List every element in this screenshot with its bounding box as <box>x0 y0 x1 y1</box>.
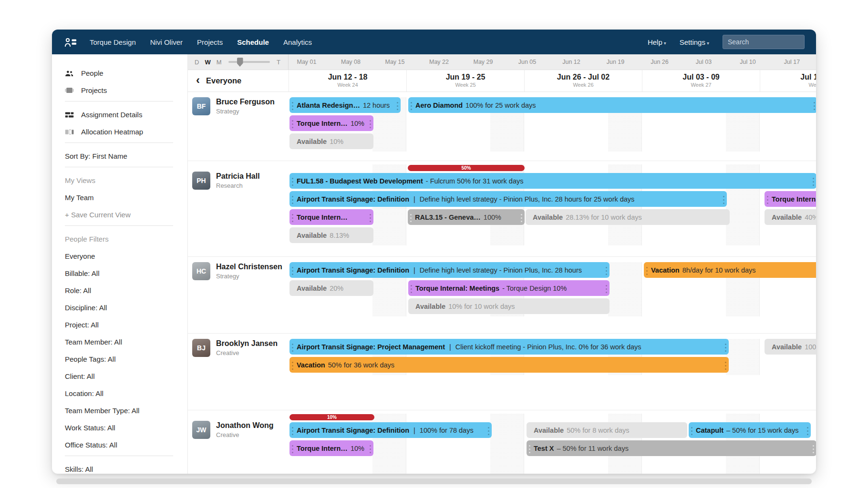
availability-bar[interactable]: Available8.13% <box>289 227 373 243</box>
assignment-bar[interactable]: Torque Intern…10% <box>289 440 373 456</box>
assignment-bar[interactable]: Catapult– 50% for 15 work days <box>689 422 811 438</box>
assignment-bar[interactable]: Airport Transit Signage: Definition|Defi… <box>289 262 610 278</box>
nav-item-analytics[interactable]: Analytics <box>283 38 312 46</box>
zoom-slider-track[interactable] <box>228 61 270 63</box>
scale-date: May 08 <box>341 59 361 65</box>
sidebar-item-team-member-all[interactable]: Team Member: All <box>65 336 178 348</box>
bar-lane: Atlanta Redesign…12 hoursAero Diamond100… <box>289 97 816 115</box>
week-number: Week 25 <box>407 82 524 88</box>
sidebar-item-label: Team Member Type: All <box>65 407 139 415</box>
sidebar-item-everyone[interactable]: Everyone <box>65 250 178 263</box>
sidebar-item-label: Skills: All <box>65 465 93 473</box>
sidebar-item-discipline-all[interactable]: Discipline: All <box>65 301 178 314</box>
assignment-bar[interactable]: Torque Intern… <box>765 191 816 207</box>
sidebar: PeopleProjectsAssignment DetailsAllocati… <box>52 54 187 474</box>
zoom-levels: DWM <box>195 59 222 66</box>
sidebar-item-role-all[interactable]: Role: All <box>65 284 178 297</box>
scale-date: Jul 10 <box>740 59 755 65</box>
zoom-level-w[interactable]: W <box>205 59 210 66</box>
nav-item-schedule[interactable]: Schedule <box>237 38 269 46</box>
help-menu[interactable]: Help▾ <box>648 38 666 46</box>
availability-bar[interactable]: Available40% <box>765 209 816 225</box>
availability-bar[interactable]: Available50% for 8 work days <box>527 422 687 438</box>
sidebar-item-location-all[interactable]: Location: All <box>65 387 178 400</box>
back-everyone-button[interactable]: ‹ Everyone <box>188 70 289 92</box>
sidebar-item-projects[interactable]: Projects <box>65 84 178 97</box>
assignment-bar[interactable]: RAL3.15 - Geneva…100% <box>408 209 525 225</box>
assignment-bar[interactable]: Airport Transit Signage: Definition|Defi… <box>289 191 727 207</box>
week-header-jun-19-25[interactable]: Jun 19 - 25Week 25 <box>406 70 524 92</box>
app-logo-icon[interactable] <box>64 37 77 47</box>
sidebar-item-project-all[interactable]: Project: All <box>65 318 178 331</box>
availability-bar[interactable]: Available100% <box>765 339 816 355</box>
person-row-brooklyn-jansen: BJBrooklyn JansenCreativeAirport Transit… <box>188 334 816 410</box>
sidebar-item-team-member-type-all[interactable]: Team Member Type: All <box>65 404 178 417</box>
pill-lane: 50% <box>289 164 816 173</box>
sidebar-item-save-current-view[interactable]: + Save Current View <box>65 208 178 221</box>
week-header-jun-12-18[interactable]: Jun 12 - 18Week 24 <box>289 70 406 92</box>
assignment-bar[interactable]: Torque Internal: Meetings- Torque Design… <box>408 280 610 296</box>
nav-item-projects[interactable]: Projects <box>197 38 223 46</box>
overallocation-pill: 50% <box>408 165 525 171</box>
availability-bar[interactable]: Available28.13% for 10 work days <box>526 209 730 225</box>
avatar[interactable]: PH <box>192 172 210 190</box>
sidebar-divider <box>65 101 173 102</box>
assignment-bar[interactable]: FUL1.58 - Budapest Web Development- Fulc… <box>289 173 816 189</box>
week-header-jun-26-jul-02[interactable]: Jun 26 - Jul 02Week 26 <box>524 70 642 92</box>
sidebar-item-office-status-all[interactable]: Office Status: All <box>65 438 178 451</box>
timeoff-bar[interactable]: Vacation50% for 36 work days <box>289 357 729 373</box>
week-header-jul-03-09[interactable]: Jul 03 - 09Week 27 <box>642 70 760 92</box>
week-label: Jul 10 - 16 <box>760 73 816 81</box>
horizontal-scrollbar[interactable] <box>56 478 812 484</box>
zoom-level-t[interactable]: T <box>277 59 280 66</box>
assignment-bar[interactable]: Test X– 50% for 11 work days <box>527 440 816 456</box>
assignment-bar[interactable]: Airport Transit Signage: Project Managem… <box>289 339 729 355</box>
bar-lane: Available20%Torque Internal: Meetings- T… <box>289 280 816 298</box>
availability-bar[interactable]: Available10% for 10 work days <box>408 298 610 314</box>
avatar[interactable]: HC <box>192 262 210 280</box>
nav-item-torque-design[interactable]: Torque Design <box>90 38 136 46</box>
scale-date: Jun 19 <box>607 59 625 65</box>
zoom-control: DWM T <box>188 54 289 70</box>
bar-lane: Available8.13% <box>289 227 816 245</box>
sidebar-item-people[interactable]: People <box>65 67 178 80</box>
assignment-bar[interactable]: Torque Intern…10% <box>289 115 373 131</box>
sidebar-item-sort-by-first-name[interactable]: Sort By: First Name <box>65 150 178 163</box>
availability-bar[interactable]: Available10% <box>289 133 373 149</box>
sidebar-item-my-team[interactable]: My Team <box>65 191 178 204</box>
zoom-level-d[interactable]: D <box>195 59 199 66</box>
sidebar-item-allocation-heatmap[interactable]: Allocation Heatmap <box>65 125 178 138</box>
schedule-grid: Airport Transit Signage: Project Managem… <box>289 339 816 375</box>
availability-bar[interactable]: Available20% <box>289 280 373 296</box>
avatar[interactable]: BJ <box>192 339 210 357</box>
avatar[interactable]: BF <box>192 97 210 115</box>
person-role: Creative <box>216 431 274 438</box>
nav-item-nivi-oliver[interactable]: Nivi Oliver <box>150 38 183 46</box>
timeoff-bar[interactable]: Vacation8h/day for 10 work days <box>644 262 816 278</box>
search-input[interactable] <box>723 35 805 49</box>
sidebar-item-skills-all[interactable]: Skills: All <box>65 463 178 474</box>
week-header-jul-10-16[interactable]: Jul 10 - 16Week 28 <box>760 70 816 92</box>
assignment-bar[interactable]: Airport Transit Signage: Definition|100%… <box>289 422 492 438</box>
scale-date: May 29 <box>474 59 493 65</box>
assignment-bar[interactable]: Atlanta Redesign…12 hours <box>289 97 401 113</box>
sidebar-item-billable-all[interactable]: Billable: All <box>65 267 178 280</box>
assignment-bar[interactable]: Aero Diamond100% for 25 work days <box>408 97 816 113</box>
sidebar-item-people-tags-all[interactable]: People Tags: All <box>65 353 178 366</box>
avatar[interactable]: JW <box>192 421 210 439</box>
sidebar-item-work-status-all[interactable]: Work Status: All <box>65 421 178 434</box>
settings-menu[interactable]: Settings▾ <box>680 38 709 46</box>
sidebar-item-label: Everyone <box>65 252 95 260</box>
bar-lane: Torque Intern…RAL3.15 - Geneva…100%Avail… <box>289 209 816 227</box>
week-number: Week 27 <box>642 82 760 88</box>
assignment-bar[interactable]: Torque Intern… <box>289 209 373 225</box>
zoom-slider-handle[interactable] <box>237 58 243 67</box>
person-name: Hazel Christensen <box>216 263 282 271</box>
zoom-level-m[interactable]: M <box>217 59 222 66</box>
sidebar-item-client-all[interactable]: Client: All <box>65 370 178 383</box>
sidebar-item-label: Assignment Details <box>81 111 142 119</box>
sidebar-section-label-people-filters: People Filters <box>65 233 178 245</box>
sidebar-item-assignment-details[interactable]: Assignment Details <box>65 108 178 121</box>
bar-lane: Airport Transit Signage: Definition|Defi… <box>289 262 816 280</box>
timeline: DWM T May 01May 08May 15May 22May 29Jun … <box>187 54 816 474</box>
